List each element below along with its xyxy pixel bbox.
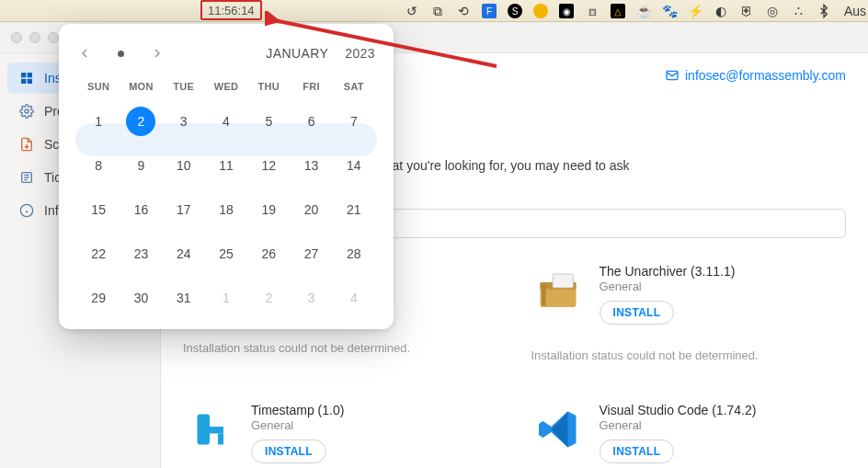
menubar-right-text[interactable]: Aus [848, 4, 862, 18]
calendar-day[interactable]: 4 [205, 107, 247, 136]
airdrop-icon[interactable]: ◎ [765, 4, 780, 18]
calendar-dow: WED [205, 81, 247, 92]
calendar-day[interactable]: 6 [290, 107, 332, 136]
calendar-day[interactable]: 14 [333, 151, 375, 180]
calendar-day[interactable]: 24 [163, 239, 205, 268]
install-button[interactable]: INSTALL [251, 439, 326, 463]
svg-rect-10 [553, 274, 574, 288]
calendar-day-selected[interactable]: 2 [126, 107, 155, 136]
calendar-day[interactable]: 11 [205, 151, 247, 180]
ticket-icon [18, 169, 35, 186]
svg-rect-14 [218, 434, 223, 445]
dropbox-icon[interactable]: ⧈ [585, 4, 600, 18]
vscode-icon [531, 403, 585, 456]
app-title: Timestamp (1.0) [251, 403, 498, 417]
calendar-dow: SUN [77, 81, 120, 92]
svg-rect-3 [28, 79, 32, 84]
zoom-dot[interactable] [48, 32, 59, 43]
svg-point-4 [25, 109, 29, 113]
calendar-day[interactable]: 2 [120, 107, 162, 136]
calendar-day[interactable]: 4 [333, 283, 375, 313]
calendar-day[interactable]: 31 [163, 283, 205, 313]
traffic-lights[interactable] [11, 32, 59, 43]
contact-link[interactable]: infosec@formassembly.com [665, 68, 846, 83]
bluetooth-icon[interactable] [817, 4, 831, 18]
calendar-day[interactable]: 3 [290, 283, 332, 313]
calendar-day[interactable]: 1 [77, 107, 120, 136]
paw-icon[interactable]: 🐾 [662, 4, 677, 18]
calendar-grid: SUNMONTUEWEDTHUFRISAT1234567891011121314… [77, 81, 375, 313]
calendar-day[interactable]: 28 [333, 239, 375, 268]
calendar-day[interactable]: 25 [205, 239, 247, 268]
info-icon [18, 202, 35, 219]
calendar-day[interactable]: 13 [290, 151, 332, 180]
calendar-day[interactable]: 19 [247, 195, 290, 224]
annotation-arrow [265, 11, 504, 75]
calendar-day[interactable]: 21 [333, 195, 375, 224]
calendar-day[interactable]: 2 [247, 283, 290, 313]
calendar-day[interactable]: 1 [205, 283, 247, 313]
calendar-day[interactable]: 3 [163, 107, 205, 136]
minimize-dot[interactable] [29, 32, 40, 43]
svg-rect-0 [21, 73, 26, 77]
calendar-day[interactable]: 16 [120, 195, 162, 224]
calendar-next[interactable] [150, 46, 165, 61]
calendar-day[interactable]: 8 [77, 151, 120, 180]
calendar-day[interactable]: 26 [247, 239, 290, 268]
calendar-dow: TUE [163, 81, 205, 92]
doc-arrow-icon [18, 136, 35, 153]
app-icon-2[interactable] [533, 4, 548, 18]
svg-line-15 [274, 20, 497, 66]
camera-icon[interactable]: ◉ [559, 4, 574, 18]
app-status: Installation status could not be determi… [183, 341, 410, 355]
app-icon-3[interactable]: △ [611, 4, 625, 18]
app-category: General [600, 280, 736, 293]
app-category: General [251, 418, 498, 432]
calendar-dow: THU [247, 81, 290, 92]
calendar-day[interactable]: 22 [77, 239, 120, 268]
calendar-today-dot[interactable] [118, 51, 124, 57]
moon-icon[interactable]: ◐ [714, 4, 728, 18]
calendar-day[interactable]: 20 [290, 195, 332, 224]
calendar-prev[interactable] [77, 46, 92, 61]
app-card: Visual Studio Code (1.74.2) General INST… [531, 403, 847, 463]
app-status: Installation status could not be determi… [531, 348, 759, 362]
timestamp-icon [183, 403, 236, 456]
svg-rect-13 [209, 427, 224, 434]
install-button[interactable]: INSTALL [600, 439, 675, 463]
calendar-day[interactable]: 5 [247, 107, 290, 136]
calendar-day[interactable]: 12 [247, 151, 290, 180]
lightning-icon[interactable]: ⚡ [688, 4, 702, 18]
calendar-day[interactable]: 29 [77, 283, 120, 313]
calendar-day[interactable]: 23 [120, 239, 162, 268]
calendar-day[interactable]: 15 [77, 195, 120, 224]
calendar-day[interactable]: 17 [163, 195, 205, 224]
app-title: Visual Studio Code (1.74.2) [600, 403, 847, 417]
calendar-day[interactable]: 9 [120, 151, 162, 180]
contact-email: infosec@formassembly.com [685, 68, 846, 83]
calendar-dow: MON [120, 81, 162, 92]
gear-icon [18, 103, 35, 120]
shield-icon[interactable]: ⛨ [739, 4, 754, 18]
svg-rect-11 [542, 284, 546, 306]
grid-icon [18, 70, 35, 86]
dots-icon[interactable]: ∴ [791, 4, 805, 18]
calendar-day[interactable]: 7 [333, 107, 375, 136]
unarchiver-icon [531, 264, 585, 317]
app-card: The Unarchiver (3.11.1) General INSTALL … [531, 264, 847, 362]
calendar-day[interactable]: 27 [290, 239, 332, 268]
svg-rect-12 [198, 415, 211, 445]
calendar-day[interactable]: 18 [205, 195, 247, 224]
skype-icon[interactable]: S [508, 4, 522, 18]
close-dot[interactable] [11, 32, 22, 43]
calendar-day[interactable]: 10 [163, 151, 205, 180]
svg-rect-1 [28, 73, 32, 77]
calendar-dow: FRI [290, 81, 332, 92]
calendar-dow: SAT [333, 81, 375, 92]
coffee-icon[interactable]: ☕ [636, 4, 651, 18]
menubar-clock[interactable]: 11:56:14 [200, 0, 262, 20]
calendar-day[interactable]: 30 [120, 283, 162, 313]
app-category: General [600, 418, 847, 432]
install-button[interactable]: INSTALL [600, 301, 675, 325]
mail-icon [665, 68, 680, 83]
